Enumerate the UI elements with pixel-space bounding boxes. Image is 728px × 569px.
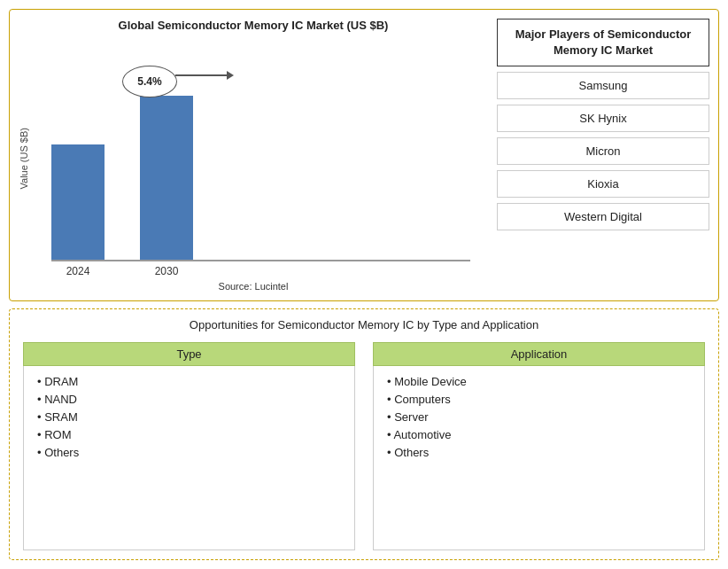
source-label: Source: Lucintel <box>219 281 289 292</box>
player-kioxia: Kioxia <box>497 170 709 198</box>
bar-label-2030: 2030 <box>140 265 193 277</box>
app-item-mobile: Mobile Device <box>387 375 691 388</box>
y-axis-label: Value (US $B) <box>19 128 29 190</box>
app-item-server: Server <box>387 410 691 424</box>
type-body: DRAM NAND SRAM ROM Others <box>23 366 355 550</box>
page-wrapper: Global Semiconductor Memory IC Market (U… <box>0 0 728 569</box>
app-item-others: Others <box>387 446 691 459</box>
app-item-automotive: Automotive <box>387 428 691 441</box>
application-column: Application Mobile Device Computers Serv… <box>373 342 705 550</box>
player-samsung: Samsung <box>497 72 709 99</box>
type-item-sram: SRAM <box>37 410 341 424</box>
cagr-arrow <box>175 74 228 76</box>
bar-2030 <box>140 96 193 260</box>
application-header: Application <box>373 342 705 366</box>
chart-area: Global Semiconductor Memory IC Market (U… <box>19 19 488 292</box>
cagr-bubble: 5.4% <box>122 66 177 97</box>
opp-columns: Type DRAM NAND SRAM ROM Others Applicati… <box>23 342 705 550</box>
cagr-value: 5.4% <box>137 75 161 88</box>
x-axis-line <box>51 260 470 261</box>
app-item-computers: Computers <box>387 393 691 406</box>
top-section: Global Semiconductor Memory IC Market (U… <box>9 9 719 301</box>
bar-group-2030 <box>140 96 193 260</box>
chart-body: Value (US $B) 5.4% <box>19 39 488 277</box>
player-skhynix: SK Hynix <box>497 105 709 132</box>
type-item-rom: ROM <box>37 428 341 441</box>
type-item-others: Others <box>37 446 341 459</box>
bottom-section: Opportunities for Semiconductor Memory I… <box>9 308 719 560</box>
bar-2024 <box>51 144 105 260</box>
type-item-dram: DRAM <box>37 375 341 388</box>
application-body: Mobile Device Computers Server Automotiv… <box>373 366 705 550</box>
bar-label-2024: 2024 <box>51 265 105 277</box>
chart-inner: 5.4% 2024 2030 <box>34 39 488 277</box>
type-column: Type DRAM NAND SRAM ROM Others <box>23 342 355 550</box>
player-westerndigital: Western Digital <box>497 203 709 230</box>
chart-title: Global Semiconductor Memory IC Market (U… <box>119 19 389 32</box>
opportunities-title: Opportunities for Semiconductor Memory I… <box>23 318 705 331</box>
type-item-nand: NAND <box>37 393 341 406</box>
players-area: Major Players of Semiconductor Memory IC… <box>497 19 709 292</box>
player-micron: Micron <box>497 137 709 165</box>
players-title: Major Players of Semiconductor Memory IC… <box>497 19 709 66</box>
bar-group-2024 <box>51 144 105 260</box>
bars-container: 5.4% <box>34 39 488 260</box>
type-header: Type <box>23 342 355 366</box>
